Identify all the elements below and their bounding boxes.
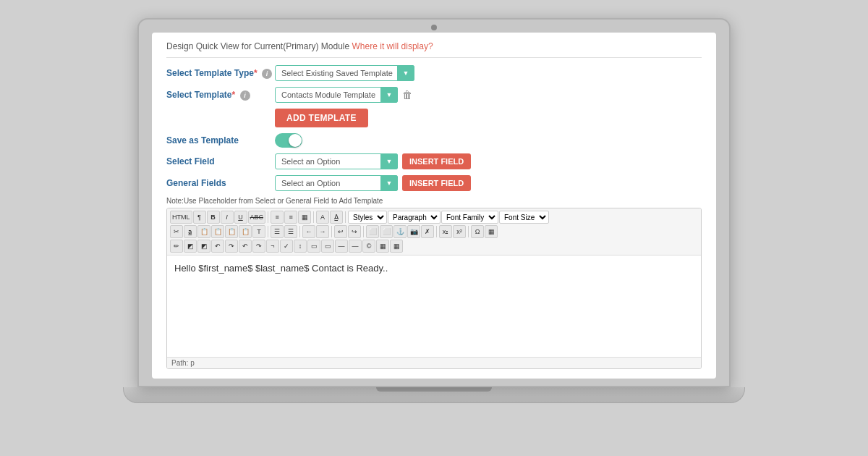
laptop-base bbox=[123, 387, 745, 403]
tb-bold[interactable]: B bbox=[207, 211, 220, 224]
tb-font-size-select[interactable]: Font Size bbox=[499, 211, 549, 224]
add-template-button[interactable]: ADD TEMPLATE bbox=[275, 109, 368, 127]
tb-block2[interactable]: ⬜ bbox=[380, 225, 393, 238]
tb-hr2[interactable]: ▭ bbox=[321, 240, 334, 253]
tb-bg-color[interactable]: A̲ bbox=[330, 211, 343, 224]
tb-underline[interactable]: U bbox=[234, 211, 247, 224]
tb-grid2[interactable]: ▦ bbox=[390, 240, 403, 253]
select-template-label: Select Template* i bbox=[166, 90, 275, 101]
tb-sep-8 bbox=[436, 226, 437, 237]
toolbar-row-3: ✏ ◩ ◩ ↶ ↷ ↶ ↷ ¬ ✓ ↕ ▭ ▭ — bbox=[170, 240, 698, 253]
tb-outdent[interactable]: ← bbox=[302, 225, 315, 238]
tb-special-chars[interactable]: Ω bbox=[471, 225, 484, 238]
tb-dash2[interactable]: — bbox=[349, 240, 362, 253]
tb-grid1[interactable]: ▦ bbox=[376, 240, 389, 253]
tb-redo[interactable]: ↪ bbox=[348, 225, 361, 238]
tb-block[interactable]: ⬜ bbox=[366, 225, 379, 238]
template-type-select[interactable]: Select Existing Saved Template bbox=[275, 65, 414, 81]
tb-indent[interactable]: → bbox=[316, 225, 329, 238]
tb-ordered-list[interactable]: ☰ bbox=[284, 225, 297, 238]
tb-sep-5 bbox=[299, 226, 300, 237]
tb-sep-3 bbox=[345, 211, 346, 223]
tb-superscript[interactable]: x² bbox=[453, 225, 466, 238]
tb-sep-1 bbox=[268, 211, 268, 223]
toolbar-row-2: ✂ a̲ 📋 📋 📋 📋 T ☰ ☰ ← → bbox=[170, 225, 698, 238]
tb-check[interactable]: ✓ bbox=[280, 240, 293, 253]
select-field-row: Select Field Select an Option INSERT FIE… bbox=[166, 153, 702, 169]
tb-not[interactable]: ¬ bbox=[266, 240, 279, 253]
tb-link[interactable]: ⚓ bbox=[393, 225, 407, 238]
tb-paragraph-mark[interactable]: ¶ bbox=[193, 211, 206, 224]
tb-cut[interactable]: ✂ bbox=[170, 225, 183, 238]
tb-split2[interactable]: ◩ bbox=[197, 240, 210, 253]
add-template-row: ADD TEMPLATE bbox=[166, 109, 702, 127]
select-template-row: Select Template* i Contacts Module Templ… bbox=[166, 87, 702, 103]
template-type-select-wrapper: Select Existing Saved Template bbox=[275, 65, 414, 81]
where-display-link[interactable]: Where it will display? bbox=[352, 41, 433, 51]
select-field-group: Select an Option INSERT FIELD bbox=[275, 153, 471, 169]
tb-align-justify[interactable]: ▦ bbox=[298, 211, 311, 224]
tb-undo2[interactable]: ↶ bbox=[211, 240, 224, 253]
toolbar-row-1: HTML ¶ B I U ABC ≡ ≡ ▦ A A̲ bbox=[170, 211, 698, 224]
tb-strikethrough[interactable]: ABC bbox=[248, 211, 266, 224]
delete-template-icon[interactable]: 🗑 bbox=[402, 89, 412, 101]
save-as-template-toggle[interactable] bbox=[275, 133, 302, 148]
general-fields-row: General Fields Select an Option INSERT F… bbox=[166, 175, 702, 191]
camera bbox=[431, 25, 437, 30]
select-template-select-wrapper: Contacts Module Template bbox=[275, 87, 398, 103]
general-fields-wrapper: Select an Option bbox=[275, 175, 398, 191]
editor-body[interactable]: Hello $first_name$ $last_name$ Contact i… bbox=[167, 256, 701, 357]
tb-styles-select[interactable]: Styles bbox=[348, 211, 387, 224]
tb-sep-7 bbox=[363, 226, 364, 237]
tb-undo[interactable]: ↩ bbox=[334, 225, 347, 238]
tb-paste-2[interactable]: 📋 bbox=[211, 225, 224, 238]
toggle-knob bbox=[289, 134, 302, 147]
tb-resize[interactable]: ↕ bbox=[294, 240, 307, 253]
info-icon-select-template: i bbox=[240, 90, 250, 101]
save-as-template-label: Save as Template bbox=[166, 135, 275, 145]
tb-html[interactable]: HTML bbox=[170, 211, 192, 224]
editor-content: Hello $first_name$ $last_name$ Contact i… bbox=[174, 263, 388, 274]
general-fields-select[interactable]: Select an Option bbox=[275, 175, 398, 191]
tb-edit[interactable]: ✏ bbox=[170, 240, 183, 253]
tb-sep-6 bbox=[331, 226, 332, 237]
info-icon-template-type: i bbox=[262, 69, 272, 79]
tb-redo3[interactable]: ↷ bbox=[252, 240, 265, 253]
select-field-select[interactable]: Select an Option bbox=[275, 153, 398, 169]
tb-table[interactable]: ▦ bbox=[485, 225, 498, 238]
insert-field-button-1[interactable]: INSERT FIELD bbox=[402, 153, 471, 169]
tb-paste-4[interactable]: 📋 bbox=[239, 225, 252, 238]
tb-copy-formatted[interactable]: a̲ bbox=[184, 225, 197, 238]
tb-image[interactable]: 📷 bbox=[407, 225, 420, 238]
screen-bezel: Design Quick View for Current(Primary) M… bbox=[137, 18, 731, 387]
laptop-shell: Design Quick View for Current(Primary) M… bbox=[123, 18, 745, 438]
tb-remove[interactable]: ✗ bbox=[421, 225, 434, 238]
tb-align-center[interactable]: ≡ bbox=[284, 211, 297, 224]
tb-align-left[interactable]: ≡ bbox=[271, 211, 284, 224]
tb-clear-format[interactable]: T bbox=[252, 225, 265, 238]
template-type-row: Select Template Type* i Select Existing … bbox=[166, 65, 702, 81]
insert-field-button-2[interactable]: INSERT FIELD bbox=[402, 175, 471, 191]
tb-hr1[interactable]: ▭ bbox=[307, 240, 320, 253]
tb-copyright[interactable]: © bbox=[362, 240, 375, 253]
editor-toolbar: HTML ¶ B I U ABC ≡ ≡ ▦ A A̲ bbox=[167, 208, 701, 256]
select-template-select[interactable]: Contacts Module Template bbox=[275, 87, 398, 103]
tb-redo2[interactable]: ↷ bbox=[225, 240, 238, 253]
tb-undo3[interactable]: ↶ bbox=[239, 240, 252, 253]
tb-paste-1[interactable]: 📋 bbox=[197, 225, 210, 238]
tb-font-color[interactable]: A bbox=[316, 211, 329, 224]
tb-dash1[interactable]: — bbox=[335, 240, 348, 253]
tb-paste-3[interactable]: 📋 bbox=[225, 225, 238, 238]
tb-split1[interactable]: ◩ bbox=[184, 240, 197, 253]
tb-format-select[interactable]: Paragraph bbox=[388, 211, 441, 224]
tb-sep-9 bbox=[468, 226, 469, 237]
select-field-wrapper: Select an Option bbox=[275, 153, 398, 169]
page-header: Design Quick View for Current(Primary) M… bbox=[166, 41, 702, 58]
tb-unordered-list[interactable]: ☰ bbox=[271, 225, 284, 238]
header-text: Design Quick View for Current(Primary) M… bbox=[166, 41, 349, 51]
tb-subscript[interactable]: x₂ bbox=[439, 225, 452, 238]
screen-content: Design Quick View for Current(Primary) M… bbox=[152, 33, 716, 379]
editor-container: HTML ¶ B I U ABC ≡ ≡ ▦ A A̲ bbox=[166, 208, 702, 369]
tb-font-family-select[interactable]: Font Family bbox=[441, 211, 498, 224]
tb-italic[interactable]: I bbox=[221, 211, 234, 224]
